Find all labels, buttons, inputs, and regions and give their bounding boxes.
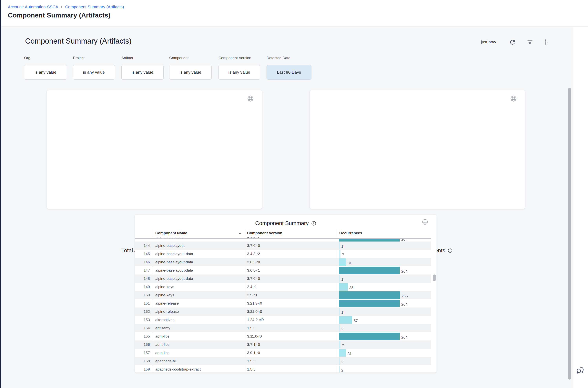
table-title: Component Summary [255, 220, 308, 226]
filter-button-component-version[interactable]: is any value [218, 65, 260, 79]
table-row: 154antisamy1.5.32 [135, 324, 431, 332]
last-refreshed-text: just now [481, 40, 496, 44]
occurrence-bar [339, 239, 400, 242]
app-header: Account: Automation-SSCA › Component Sum… [1, 0, 588, 27]
table-row: 153alternatives1.24-2.el957 [135, 316, 431, 324]
dashboard-actions-menu-button[interactable] [542, 38, 550, 46]
occurrences-cell: 31 [339, 349, 431, 357]
component-version-cell: 3.11.0-r0 [247, 332, 335, 340]
occurrence-bar [339, 349, 346, 357]
filter-button-artifact[interactable]: is any value [121, 65, 164, 79]
occurrences-cell: 264 [339, 332, 431, 340]
occurrences-cell: 57 [339, 316, 431, 324]
occurrence-value: 2 [341, 327, 343, 332]
table-row: 145alpine-baselayout-data3.4.3-r27 [135, 250, 431, 258]
table-row: 152alpine-release3.22.0-r01 [135, 308, 431, 316]
component-name-cell: apacheds-bootstrap-extract [155, 365, 244, 372]
occurrences-cell: 1 [339, 274, 431, 283]
occurrence-value: 7 [342, 253, 344, 258]
occurrence-bar [339, 300, 400, 307]
occurrences-cell: 264 [339, 266, 431, 274]
occurrence-value: 31 [348, 352, 352, 357]
occurrence-value: 38 [349, 286, 353, 291]
occurrence-bar [339, 308, 340, 315]
filter-label-detected-date: Detected Date [266, 56, 290, 60]
globe-icon[interactable] [422, 218, 429, 226]
component-name-cell: aom-libs [155, 340, 244, 349]
sort-ascending-icon[interactable] [238, 231, 242, 236]
occurrence-bar [339, 258, 346, 266]
page-title: Component Summary (Artifacts) [8, 11, 110, 19]
breadcrumb-account-link[interactable]: Account: Automation-SSCA [8, 4, 58, 9]
table-row: 151alpine-release3.21.3-r0264 [135, 299, 431, 308]
occurrences-cell: 1 [339, 308, 431, 316]
column-header-component-version[interactable]: Component Version [247, 231, 282, 235]
filter-button-org[interactable]: is any value [24, 65, 67, 79]
component-name-cell: alpine-keys [155, 283, 244, 291]
component-version-cell: 3.22.0-r0 [247, 308, 335, 316]
page-scrollbar-thumb[interactable] [568, 88, 571, 380]
table-row: 158apacheds-all1.5.52 [135, 357, 431, 365]
table-body: 144alpine-baselayout3.7.0-r01145alpine-b… [135, 242, 431, 372]
stat-card-total-unique-components: 939Total Unique Components [310, 90, 525, 209]
row-index: 149 [135, 283, 150, 291]
occurrence-bar [339, 316, 352, 324]
occurrence-value: 1 [341, 244, 343, 250]
info-icon[interactable] [448, 248, 453, 253]
filter-icon [527, 39, 533, 46]
occurrence-bar [339, 341, 341, 348]
breadcrumb-current-link[interactable]: Component Summary (Artifacts) [65, 4, 124, 9]
row-index: 147 [135, 266, 150, 274]
occurrence-value: 57 [354, 319, 358, 324]
occurrences-cell: 7 [339, 340, 431, 349]
filter-button-project[interactable]: is any value [73, 65, 115, 79]
occurrences-cell: 2 [339, 365, 431, 372]
column-header-occurrences[interactable]: Occurrences [339, 231, 362, 235]
sidebar-edge [0, 0, 1, 388]
filter-label-project: Project [73, 56, 85, 60]
component-version-cell: 2.5-r0 [247, 291, 335, 299]
table-scrollbar-thumb[interactable] [433, 274, 436, 281]
occurrence-bar [339, 333, 400, 340]
dashboard-filters-button[interactable] [526, 38, 534, 47]
refresh-button[interactable] [508, 38, 517, 47]
occurrence-value: 265 [401, 294, 408, 299]
info-icon[interactable] [311, 221, 316, 226]
occurrence-value: 264 [401, 335, 408, 340]
row-index: 145 [135, 250, 150, 258]
occurrence-value: 2 [341, 368, 343, 372]
chat-support-icon[interactable] [575, 364, 586, 375]
component-name-cell: alpine-release [155, 299, 244, 308]
table-row: 156aom-libs3.7.1-r07 [135, 340, 431, 349]
occurrences-cell: 7 [339, 250, 431, 258]
table-row: 149alpine-keys2.4-r138 [135, 283, 431, 291]
row-index: 158 [135, 357, 150, 365]
component-version-cell: 2.4-r1 [247, 283, 335, 291]
occurrence-bar [339, 291, 400, 299]
occurrence-value: 31 [348, 261, 352, 266]
table-row: 157aom-libs3.9.1-r031 [135, 349, 431, 357]
row-index: 148 [135, 274, 150, 283]
component-name-cell: alpine-baselayout-data [155, 266, 244, 274]
occurrence-value: 264 [401, 269, 408, 274]
globe-icon[interactable] [510, 95, 517, 102]
filter-button-component[interactable]: is any value [169, 65, 212, 79]
breadcrumb: Account: Automation-SSCA › Component Sum… [8, 4, 124, 9]
component-version-cell: 1.5.5 [247, 365, 335, 372]
component-summary-tile: Component Summary Component Name Compone… [135, 215, 436, 372]
globe-icon[interactable] [247, 95, 254, 102]
table-row: 148alpine-baselayout-data3.7.0-r01 [135, 274, 431, 283]
row-index: 144 [135, 242, 150, 250]
component-name-cell: alternatives [155, 316, 244, 324]
column-header-component-name[interactable]: Component Name [155, 231, 187, 235]
occurrence-bar [339, 242, 340, 249]
filter-label-artifact: Artifact [121, 56, 133, 60]
table-header-row: Component Name Component Version Occurre… [135, 229, 431, 237]
table-scroll-divider [135, 238, 431, 239]
row-index: 155 [135, 332, 150, 340]
component-version-cell: 3.7.0-r0 [247, 242, 335, 250]
row-index: 157 [135, 349, 150, 357]
filter-button-detected-date[interactable]: Last 90 Days [266, 65, 311, 79]
occurrence-value: 7 [342, 343, 344, 349]
component-name-cell: alpine-baselayout [155, 242, 244, 250]
